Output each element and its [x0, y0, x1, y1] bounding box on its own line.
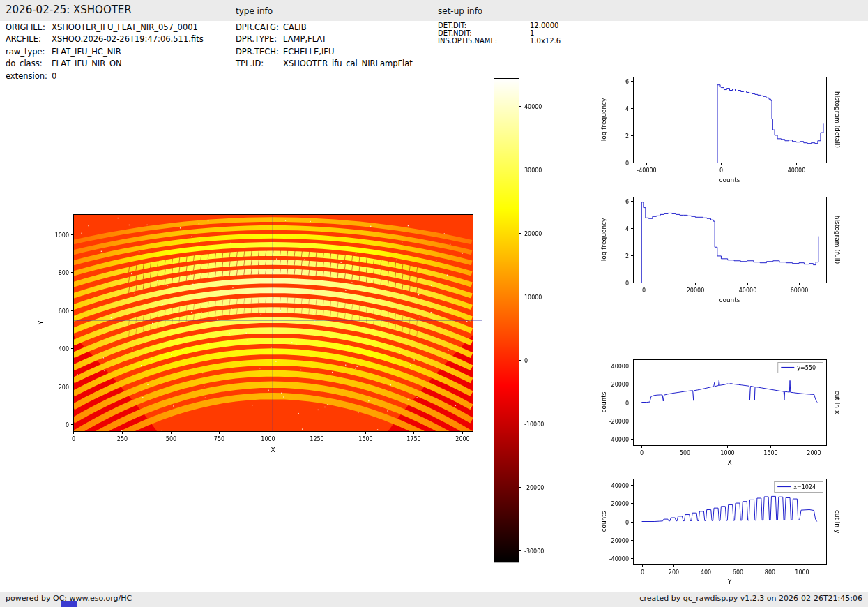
meta-label: raw_type:: [6, 46, 52, 58]
meta-value: XSHOOTER_ifu_cal_NIRLampFlat: [283, 59, 413, 68]
meta-value: 0: [52, 71, 56, 81]
meta-value: FLAT_IFU_NIR_ON: [52, 59, 122, 68]
meta-row-doclass: do_class:FLAT_IFU_NIR_ON: [6, 58, 204, 70]
meta-label: ORIGFILE:: [6, 22, 52, 33]
meta-value: FLAT_IFU_HC_NIR: [52, 47, 121, 57]
meta-value: XSHOOTER_IFU_FLAT_NIR_057_0001: [52, 22, 198, 32]
footer-blue-artifact: [61, 601, 77, 607]
meta-value: 12.0000: [530, 22, 558, 29]
meta-label: DPR.TECH:: [236, 46, 283, 58]
meta-label: DPR.CATG:: [236, 22, 283, 33]
cut-in-y-plot: [600, 472, 840, 601]
meta-label: DET.NDIT:: [438, 29, 530, 37]
meta-row-rawtype: raw_type:FLAT_IFU_HC_NIR: [6, 46, 204, 58]
meta-row-tplid: TPL.ID:XSHOOTER_ifu_cal_NIRLampFlat: [236, 58, 413, 70]
cut-in-x-plot: [600, 352, 840, 481]
header-bar: 2026-02-25: XSHOOTER type info set-up in…: [0, 0, 868, 21]
meta-row-detndit: DET.NDIT:1: [438, 29, 561, 37]
meta-value: XSHOO.2026-02-26T19:47:06.511.fits: [52, 34, 204, 44]
meta-value: ECHELLE,IFU: [283, 47, 334, 57]
meta-row-detdit: DET.DIT:12.0000: [438, 22, 561, 29]
meta-label: extension:: [6, 70, 52, 82]
meta-row-dprtype: DPR.TYPE:LAMP,FLAT: [236, 33, 413, 45]
meta-row-extension: extension:0: [6, 70, 204, 82]
meta-value: 1.0x12.6: [530, 37, 561, 45]
meta-label: TPL.ID:: [236, 58, 283, 70]
meta-value: 1: [530, 29, 534, 37]
raw-detector-image-plot: [0, 190, 488, 469]
type-info-block: DPR.CATG:CALIB DPR.TYPE:LAMP,FLAT DPR.TE…: [236, 22, 413, 70]
meta-row-insopti5: INS.OPTI5.NAME:1.0x12.6: [438, 37, 561, 45]
meta-label: INS.OPTI5.NAME:: [438, 37, 530, 45]
meta-label: ARCFILE:: [6, 33, 52, 45]
setup-info-heading: set-up info: [438, 6, 482, 16]
footer-bar: powered by QC: www.eso.org/HC created by…: [0, 592, 868, 607]
histogram-full-plot: [600, 190, 840, 319]
meta-label: do_class:: [6, 58, 52, 70]
page-title: 2026-02-25: XSHOOTER: [6, 3, 132, 16]
meta-value: LAMP,FLAT: [283, 34, 326, 44]
meta-value: CALIB: [283, 22, 307, 32]
meta-row-origfile: ORIGFILE:XSHOOTER_IFU_FLAT_NIR_057_0001: [6, 22, 204, 33]
meta-label: DET.DIT:: [438, 22, 530, 29]
meta-row-arcfile: ARCFILE:XSHOO.2026-02-26T19:47:06.511.fi…: [6, 33, 204, 45]
meta-row-dprcatg: DPR.CATG:CALIB: [236, 22, 413, 33]
meta-label: DPR.TYPE:: [236, 33, 283, 45]
footer-created-by: created by qc_rawdisp.py v1.2.3 on 2026-…: [639, 594, 862, 603]
setup-info-block: DET.DIT:12.0000 DET.NDIT:1 INS.OPTI5.NAM…: [438, 22, 561, 45]
file-info-block: ORIGFILE:XSHOOTER_IFU_FLAT_NIR_057_0001 …: [6, 22, 204, 82]
meta-row-dprtech: DPR.TECH:ECHELLE,IFU: [236, 46, 413, 58]
histogram-detail-plot: [600, 70, 840, 199]
type-info-heading: type info: [236, 6, 273, 16]
colorbar: [487, 68, 570, 578]
